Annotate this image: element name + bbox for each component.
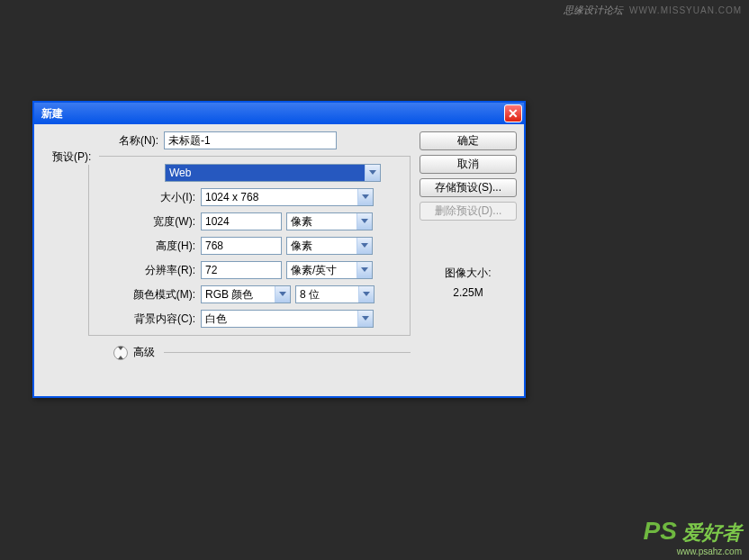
watermark-top-text: 思缘设计论坛 <box>564 5 623 15</box>
chevron-down-icon[interactable] <box>358 286 374 303</box>
chevron-down-icon[interactable] <box>275 286 290 303</box>
colormode-label: 颜色模式(M): <box>89 287 201 303</box>
watermark-top: 思缘设计论坛 WWW.MISSYUAN.COM <box>564 4 742 17</box>
background-label: 背景内容(C): <box>89 312 201 327</box>
size-label: 大小(I): <box>89 190 201 205</box>
watermark-bottom-text: 爱好者 <box>677 521 742 544</box>
image-size-block: 图像大小: 2.25M <box>420 266 517 299</box>
chevron-down-icon[interactable] <box>356 238 372 254</box>
colormode-value: RGB 颜色 <box>202 287 275 303</box>
chevron-down-icon[interactable] <box>356 262 372 278</box>
close-icon[interactable]: ✕ <box>504 104 522 122</box>
bits-combo[interactable]: 8 位 <box>295 285 374 303</box>
chevron-down-icon[interactable] <box>356 213 372 230</box>
dialog-title: 新建 <box>41 106 63 122</box>
watermark-ps: PS <box>644 517 677 545</box>
size-value: 1024 x 768 <box>202 191 357 203</box>
image-size-label: 图像大小: <box>420 266 517 281</box>
height-unit: 像素 <box>287 239 356 254</box>
advanced-toggle-icon[interactable] <box>113 346 128 360</box>
width-unit: 像素 <box>287 214 356 230</box>
titlebar[interactable]: 新建 ✕ <box>34 103 524 124</box>
watermark-bottom-url: www.psahz.com <box>644 546 742 556</box>
preset-label: 预设(P): <box>52 149 96 165</box>
background-value: 白色 <box>202 312 357 327</box>
form-area: 名称(N): 预设(P): Web 大小(I): 1024 <box>49 131 420 360</box>
image-size-value: 2.25M <box>420 286 517 299</box>
advanced-label: 高级 <box>133 345 155 360</box>
cancel-button[interactable]: 取消 <box>420 155 517 174</box>
colormode-combo[interactable]: RGB 颜色 <box>201 285 291 303</box>
chevron-down-icon[interactable] <box>357 311 373 327</box>
chevron-down-icon[interactable] <box>365 165 380 181</box>
preset-frame: 预设(P): Web 大小(I): 1024 x 768 <box>88 156 411 336</box>
bits-value: 8 位 <box>296 287 358 303</box>
size-combo[interactable]: 1024 x 768 <box>201 188 374 206</box>
width-unit-combo[interactable]: 像素 <box>286 212 373 230</box>
preset-combo[interactable]: Web <box>165 164 381 182</box>
preset-value: Web <box>166 167 365 179</box>
name-label: 名称(N): <box>49 133 164 149</box>
resolution-label: 分辨率(R): <box>89 263 201 278</box>
watermark-top-url: WWW.MISSYUAN.COM <box>629 5 742 15</box>
chevron-down-icon[interactable] <box>357 189 373 205</box>
delete-preset-button: 删除预设(D)... <box>420 202 517 221</box>
resolution-unit: 像素/英寸 <box>287 263 356 278</box>
ok-button[interactable]: 确定 <box>420 131 517 150</box>
height-unit-combo[interactable]: 像素 <box>286 237 373 255</box>
width-label: 宽度(W): <box>89 214 201 230</box>
width-input[interactable] <box>201 212 282 230</box>
watermark-bottom: PS 爱好者 www.psahz.com <box>644 517 742 556</box>
save-preset-button[interactable]: 存储预设(S)... <box>420 178 517 197</box>
resolution-unit-combo[interactable]: 像素/英寸 <box>286 261 373 279</box>
background-combo[interactable]: 白色 <box>201 310 374 328</box>
name-input[interactable] <box>164 131 337 149</box>
new-document-dialog: 新建 ✕ 名称(N): 预设(P): Web <box>32 101 526 398</box>
height-input[interactable] <box>201 237 282 255</box>
button-column: 确定 取消 存储预设(S)... 删除预设(D)... 图像大小: 2.25M <box>420 131 517 360</box>
resolution-input[interactable] <box>201 261 282 279</box>
height-label: 高度(H): <box>89 239 201 254</box>
